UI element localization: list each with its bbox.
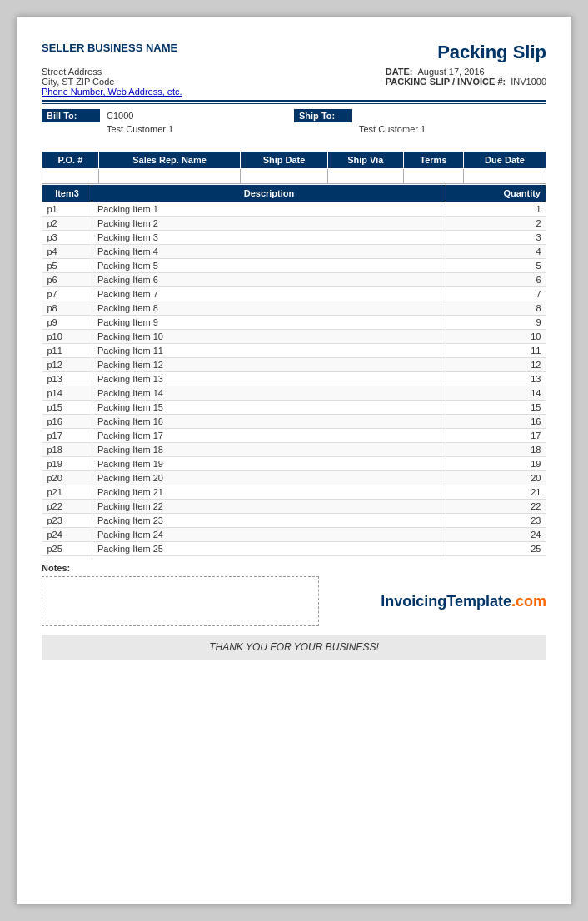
item-qty: 24 (446, 528, 546, 542)
item-qty: 15 (446, 401, 546, 415)
col-desc-header: Description (92, 185, 446, 202)
item-id: p23 (42, 514, 92, 528)
item-desc: Packing Item 1 (92, 202, 446, 217)
table-row: p14Packing Item 1414 (42, 386, 546, 401)
item-id: p15 (42, 401, 92, 415)
due-date-value (463, 169, 546, 184)
item-id: p16 (42, 415, 92, 429)
item-qty: 4 (446, 245, 546, 259)
invoice-value: INV1000 (511, 77, 546, 87)
item-id: p20 (42, 471, 92, 485)
col-due-date: Due Date (463, 152, 546, 169)
col-terms: Terms (403, 152, 463, 169)
bill-customer-id: C1000 (107, 111, 133, 121)
item-qty: 2 (446, 217, 546, 231)
item-qty: 10 (446, 330, 546, 344)
ship-box: Ship To: Test Customer 1 (294, 109, 546, 134)
item-id: p13 (42, 372, 92, 386)
table-row: p25Packing Item 2525 (42, 542, 546, 556)
bill-name: Test Customer 1 (42, 124, 294, 134)
thank-you-footer: THANK YOU FOR YOUR BUSINESS! (42, 635, 546, 660)
divider-double (42, 100, 546, 104)
table-row: p20Packing Item 2020 (42, 471, 546, 485)
po-value (42, 169, 99, 184)
item-desc: Packing Item 14 (92, 386, 446, 401)
table-row: p5Packing Item 55 (42, 259, 546, 273)
phone-web-link: Phone Number, Web Address, etc. (42, 87, 182, 97)
item-desc: Packing Item 4 (92, 245, 446, 259)
item-id: p11 (42, 344, 92, 358)
notes-footer-row: InvoicingTemplate.com (42, 576, 546, 626)
address-left: Street Address City, ST ZIP Code Phone N… (42, 67, 182, 97)
ship-header-row: Ship To: (294, 109, 546, 122)
item-qty: 18 (446, 443, 546, 457)
item-id: p5 (42, 259, 92, 273)
item-desc: Packing Item 21 (92, 485, 446, 500)
item-id: p25 (42, 542, 92, 556)
table-row: p10Packing Item 1010 (42, 330, 546, 344)
item-desc: Packing Item 3 (92, 231, 446, 245)
notes-area[interactable] (42, 576, 319, 626)
item-desc: Packing Item 7 (92, 287, 446, 301)
item-qty: 22 (446, 500, 546, 514)
item-qty: 14 (446, 386, 546, 401)
city-state-zip: City, ST ZIP Code (42, 77, 182, 87)
item-qty: 3 (446, 231, 546, 245)
col-item-header: Item3 (42, 185, 92, 202)
item-desc: Packing Item 6 (92, 273, 446, 287)
item-desc: Packing Item 2 (92, 217, 446, 231)
table-section: P.O. # Sales Rep. Name Ship Date Ship Vi… (42, 151, 546, 556)
item-desc: Packing Item 11 (92, 344, 446, 358)
col-ship-date: Ship Date (241, 152, 327, 169)
item-qty: 9 (446, 316, 546, 330)
item-qty: 11 (446, 344, 546, 358)
invoice-row: PACKING SLIP / INVOICE #: INV1000 (386, 77, 546, 87)
phone-web-link-anchor[interactable]: Phone Number, Web Address, etc. (42, 87, 182, 97)
header: SELLER BUSINESS NAME Packing Slip (42, 42, 546, 63)
item-id: p21 (42, 485, 92, 500)
notes-section: Notes: InvoicingTemplate.com (42, 563, 546, 626)
table-row: p19Packing Item 1919 (42, 457, 546, 471)
item-desc: Packing Item 19 (92, 457, 446, 471)
table-row: p23Packing Item 2323 (42, 514, 546, 528)
item-qty: 8 (446, 301, 546, 316)
table-row: p2Packing Item 22 (42, 217, 546, 231)
item-id: p7 (42, 287, 92, 301)
item-id: p24 (42, 528, 92, 542)
table-row: p6Packing Item 66 (42, 273, 546, 287)
item-id: p8 (42, 301, 92, 316)
item-qty: 1 (446, 202, 546, 217)
item-desc: Packing Item 15 (92, 401, 446, 415)
table-row: p7Packing Item 77 (42, 287, 546, 301)
table-row: p4Packing Item 44 (42, 245, 546, 259)
terms-value (403, 169, 463, 184)
item-desc: Packing Item 17 (92, 429, 446, 443)
item-desc: Packing Item 5 (92, 259, 446, 273)
item-id: p17 (42, 429, 92, 443)
item-desc: Packing Item 20 (92, 471, 446, 485)
item-qty: 19 (446, 457, 546, 471)
item-desc: Packing Item 13 (92, 372, 446, 386)
item-desc: Packing Item 12 (92, 358, 446, 372)
item-desc: Packing Item 16 (92, 415, 446, 429)
item-qty: 21 (446, 485, 546, 500)
item-qty: 23 (446, 514, 546, 528)
item-desc: Packing Item 25 (92, 542, 446, 556)
branding-template: Template (446, 593, 511, 610)
table-row: p8Packing Item 88 (42, 301, 546, 316)
bill-to-label: Bill To: (42, 109, 100, 122)
date-label: DATE: (386, 67, 413, 77)
item-qty: 20 (446, 471, 546, 485)
item-qty: 12 (446, 358, 546, 372)
order-header-row (42, 169, 546, 184)
ship-date-value (241, 169, 327, 184)
item-id: p10 (42, 330, 92, 344)
item-desc: Packing Item 18 (92, 443, 446, 457)
col-po: P.O. # (42, 152, 99, 169)
item-qty: 16 (446, 415, 546, 429)
col-qty-header: Quantity (446, 185, 546, 202)
item-id: p19 (42, 457, 92, 471)
item-id: p18 (42, 443, 92, 457)
ship-via-value (327, 169, 403, 184)
order-header-table: P.O. # Sales Rep. Name Ship Date Ship Vi… (42, 151, 546, 184)
